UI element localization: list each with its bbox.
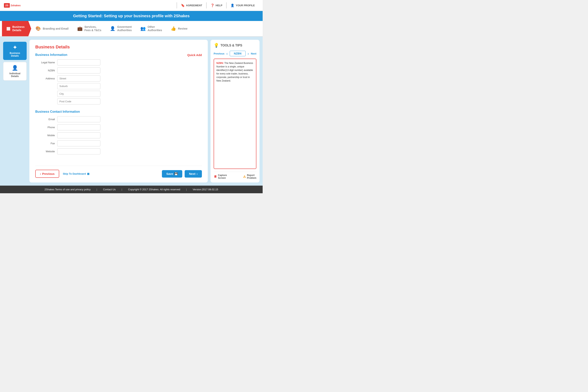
sidebar-business-icon: ✦ <box>13 44 17 50</box>
step-review-icon: 👍 <box>171 26 176 31</box>
capture-label: CaptureScreen <box>218 174 227 179</box>
footer-version: Version:2017.08.02.15 <box>193 188 218 191</box>
address-postcode-input[interactable] <box>57 98 100 104</box>
profile-icon: 👤 <box>230 4 234 7</box>
tips-footer: 🖥 CaptureScreen ⚠ ReportProblem <box>214 172 256 179</box>
website-row: Website <box>35 148 202 154</box>
email-label: Email <box>35 118 55 121</box>
report-icon: ⚠ <box>243 175 246 178</box>
save-icon: 💾 <box>174 172 178 176</box>
previous-button[interactable]: ‹ Previous <box>35 170 59 178</box>
tips-prev-arrow[interactable]: ‹ <box>226 51 228 56</box>
business-info-title: Business Information <box>35 53 68 57</box>
address-suburb-input[interactable] <box>57 83 100 89</box>
prev-arrow-icon: ‹ <box>40 172 41 176</box>
quick-add-button[interactable]: Quick Add <box>188 53 202 57</box>
agreement-label: AGREEMENT <box>186 4 202 7</box>
sidebar-individual-icon: 👤 <box>12 65 18 71</box>
step-review-label: Review <box>178 27 188 30</box>
step-review[interactable]: 👍 Review <box>166 21 192 36</box>
email-input[interactable] <box>57 116 100 122</box>
phone-row: Phone <box>35 124 202 130</box>
next-button[interactable]: Next › <box>185 170 202 178</box>
agreement-nav[interactable]: 🔖 AGREEMENT <box>176 2 206 8</box>
steps-bar: ▦ BusinessDetails 🎨 Branding and Email 💼… <box>0 21 263 37</box>
tips-content: NZBN: The New Zealand Business Number is… <box>214 58 256 169</box>
step-other-label: OtherAuthorities <box>148 25 162 32</box>
footer-contact[interactable]: Contact Us <box>103 188 116 191</box>
sidebar-business-label: BusinessDetails <box>10 52 20 57</box>
tips-next-arrow[interactable]: › <box>248 51 249 56</box>
footer: 2Shakes Terms of use and privacy policy … <box>0 186 263 193</box>
logo-icon: 2S <box>4 3 10 8</box>
website-label: Website <box>35 150 55 153</box>
address-city-input[interactable] <box>57 91 100 97</box>
address-label: Address <box>35 76 55 80</box>
tips-header: 💡 TOOLS & TIPS <box>214 43 256 48</box>
sidebar-individual-label: IndividualDetails <box>10 72 20 78</box>
step-branding-email[interactable]: 🎨 Branding and Email <box>31 21 73 36</box>
bottom-right: Save 💾 Next › <box>162 170 202 178</box>
logo-area: 2S 2shakes <box>4 3 20 8</box>
address-group <box>57 76 100 104</box>
top-nav: 🔖 AGREEMENT ❓ HELP 👤 YOUR PROFILE <box>176 2 259 8</box>
fax-label: Fax <box>35 142 55 145</box>
tips-prev-label[interactable]: Previous <box>214 52 224 55</box>
fax-row: Fax <box>35 140 202 146</box>
logo-text: 2shakes <box>10 4 20 7</box>
help-label: HELP <box>216 4 222 7</box>
nzbn-input[interactable] <box>57 68 100 74</box>
next-arrow-icon: › <box>196 172 198 176</box>
tips-nav: Previous ‹ NZBN › Next <box>214 51 256 56</box>
skip-dashboard-link[interactable]: Skip To Dashboard ▦ <box>63 172 90 175</box>
legal-name-input[interactable] <box>57 60 100 66</box>
capture-icon: 🖥 <box>214 175 217 178</box>
tips-next-label[interactable]: Next <box>251 52 256 55</box>
step-business-details-label: BusinessDetails <box>12 25 24 32</box>
step-govt-authorities[interactable]: 👤 GovermentAuthorities <box>106 21 136 36</box>
contact-info-header: Business Contact Information <box>35 110 202 114</box>
footer-copyright: Copyright © 2017 2Shakes. All rights res… <box>128 188 180 191</box>
step-govt-icon: 👤 <box>110 26 115 31</box>
phone-label: Phone <box>35 126 55 129</box>
mobile-input[interactable] <box>57 132 100 138</box>
step-branding-icon: 🎨 <box>36 26 41 31</box>
agreement-icon: 🔖 <box>181 4 185 7</box>
report-label: ReportProblem <box>247 174 256 179</box>
form-panel: Business Details Business Information Qu… <box>30 40 208 182</box>
tips-title: TOOLS & TIPS <box>220 44 242 47</box>
step-branding-label: Branding and Email <box>43 27 68 30</box>
tips-nav-center: NZBN <box>230 51 246 56</box>
save-button[interactable]: Save 💾 <box>162 170 182 178</box>
address-row: Address <box>35 76 202 104</box>
contact-info-title: Business Contact Information <box>35 110 80 113</box>
step-other-authorities[interactable]: 👥 OtherAuthorities <box>136 21 166 36</box>
banner: Getting Started: Setting up your busines… <box>0 11 263 21</box>
profile-label: YOUR PROFILE <box>236 4 255 7</box>
footer-sep2: | <box>122 188 122 191</box>
business-info-header: Business Information Quick Add <box>35 53 202 57</box>
footer-terms[interactable]: 2Shakes Terms of use and privacy policy <box>44 188 90 191</box>
website-input[interactable] <box>57 148 100 154</box>
phone-input[interactable] <box>57 124 100 130</box>
step-services-fees[interactable]: 💼 Services,Fees & T&Cs <box>73 21 106 36</box>
fax-input[interactable] <box>57 140 100 146</box>
address-street-input[interactable] <box>57 76 100 82</box>
sidebar-item-business-details[interactable]: ✦ BusinessDetails <box>3 42 27 60</box>
profile-nav[interactable]: 👤 YOUR PROFILE <box>226 2 259 8</box>
step-business-details[interactable]: ▦ BusinessDetails <box>2 21 31 36</box>
skip-dashboard-label: Skip To Dashboard <box>63 172 86 175</box>
banner-text: Getting Started: Setting up your busines… <box>73 14 190 18</box>
help-nav[interactable]: ❓ HELP <box>206 2 226 8</box>
sidebar-item-individual-details[interactable]: 👤 IndividualDetails <box>3 62 27 80</box>
legal-name-label: Legal Name <box>35 61 55 64</box>
bottom-bar: ‹ Previous Skip To Dashboard ▦ Save 💾 Ne… <box>35 166 202 178</box>
capture-screen-button[interactable]: 🖥 CaptureScreen <box>214 174 227 179</box>
tips-panel: 💡 TOOLS & TIPS Previous ‹ NZBN › Next NZ… <box>210 40 260 182</box>
bottom-left: ‹ Previous Skip To Dashboard ▦ <box>35 170 90 178</box>
report-problem-button[interactable]: ⚠ ReportProblem <box>243 174 256 179</box>
tips-keyword: NZBN: <box>216 62 224 64</box>
sidebar: ✦ BusinessDetails 👤 IndividualDetails <box>3 40 27 182</box>
tips-body-text: The New Zealand Business Number is a sin… <box>216 62 253 82</box>
mobile-row: Mobile <box>35 132 202 138</box>
